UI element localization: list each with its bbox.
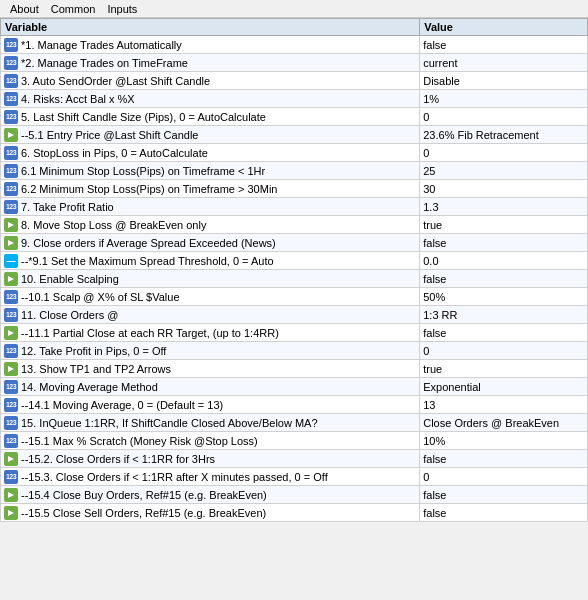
table-row: 9. Close orders if Average Spread Exceed… xyxy=(1,234,588,252)
variable-label: 6.2 Minimum Stop Loss(Pips) on Timeframe… xyxy=(21,183,277,195)
arrow-icon xyxy=(4,128,18,142)
table-row: 123--15.3. Close Orders if < 1:1RR after… xyxy=(1,468,588,486)
variable-label: --15.1 Max % Scratch (Money Risk @Stop L… xyxy=(21,435,258,447)
numeric-icon: 123 xyxy=(4,308,18,322)
variable-cell: 12312. Take Profit in Pips, 0 = Off xyxy=(1,342,420,360)
table-row: --15.5 Close Sell Orders, Ref#15 (e.g. B… xyxy=(1,504,588,522)
variable-cell: 1236.2 Minimum Stop Loss(Pips) on Timefr… xyxy=(1,180,420,198)
table-row: 1236.2 Minimum Stop Loss(Pips) on Timefr… xyxy=(1,180,588,198)
numeric-icon: 123 xyxy=(4,56,18,70)
table-row: 1236.1 Minimum Stop Loss(Pips) on Timefr… xyxy=(1,162,588,180)
value-cell: 30 xyxy=(420,180,588,198)
table-row: 13. Show TP1 and TP2 Arrowstrue xyxy=(1,360,588,378)
variable-label: --*9.1 Set the Maximum Spread Threshold,… xyxy=(21,255,274,267)
value-cell: 10% xyxy=(420,432,588,450)
menu-about[interactable]: About xyxy=(4,3,45,15)
svg-marker-4 xyxy=(8,330,14,336)
variable-label: 15. InQueue 1:1RR, If ShiftCandle Closed… xyxy=(21,417,318,429)
value-cell: 0 xyxy=(420,108,588,126)
menu-common[interactable]: Common xyxy=(45,3,102,15)
table-row: 1235. Last Shift Candle Size (Pips), 0 =… xyxy=(1,108,588,126)
numeric-icon: 123 xyxy=(4,290,18,304)
variable-cell: 123--10.1 Scalp @ X% of SL $Value xyxy=(1,288,420,306)
table-row: 12315. InQueue 1:1RR, If ShiftCandle Clo… xyxy=(1,414,588,432)
variable-label: 9. Close orders if Average Spread Exceed… xyxy=(21,237,276,249)
table-row: 12314. Moving Average MethodExponential xyxy=(1,378,588,396)
variable-label: --14.1 Moving Average, 0 = (Default = 13… xyxy=(21,399,223,411)
variable-label: 4. Risks: Acct Bal x %X xyxy=(21,93,135,105)
svg-marker-7 xyxy=(8,492,14,498)
numeric-icon: 123 xyxy=(4,380,18,394)
numeric-icon: 123 xyxy=(4,110,18,124)
variable-label: 3. Auto SendOrder @Last Shift Candle xyxy=(21,75,210,87)
variable-label: *2. Manage Trades on TimeFrame xyxy=(21,57,188,69)
value-cell: 25 xyxy=(420,162,588,180)
variable-cell: --15.5 Close Sell Orders, Ref#15 (e.g. B… xyxy=(1,504,420,522)
variable-cell: --11.1 Partial Close at each RR Target, … xyxy=(1,324,420,342)
svg-marker-6 xyxy=(8,456,14,462)
value-cell: false xyxy=(420,36,588,54)
svg-marker-1 xyxy=(8,222,14,228)
variable-label: 8. Move Stop Loss @ BreakEven only xyxy=(21,219,206,231)
variable-cell: 123*1. Manage Trades Automatically xyxy=(1,36,420,54)
numeric-icon: 123 xyxy=(4,416,18,430)
variable-label: 6.1 Minimum Stop Loss(Pips) on Timeframe… xyxy=(21,165,265,177)
table-row: 123--10.1 Scalp @ X% of SL $Value50% xyxy=(1,288,588,306)
numeric-icon: 123 xyxy=(4,164,18,178)
table-row: 1234. Risks: Acct Bal x %X1% xyxy=(1,90,588,108)
variable-label: 10. Enable Scalping xyxy=(21,273,119,285)
table-header-row: Variable Value xyxy=(1,19,588,36)
value-cell: Exponential xyxy=(420,378,588,396)
variable-label: 5. Last Shift Candle Size (Pips), 0 = Au… xyxy=(21,111,266,123)
value-cell: false xyxy=(420,504,588,522)
variable-label: --5.1 Entry Price @Last Shift Candle xyxy=(21,129,198,141)
numeric-icon: 123 xyxy=(4,92,18,106)
variable-cell: 123--15.3. Close Orders if < 1:1RR after… xyxy=(1,468,420,486)
settings-table: Variable Value 123*1. Manage Trades Auto… xyxy=(0,18,588,522)
menu-inputs[interactable]: Inputs xyxy=(101,3,143,15)
arrow-icon xyxy=(4,506,18,520)
numeric-icon: 123 xyxy=(4,434,18,448)
value-cell: true xyxy=(420,216,588,234)
numeric-icon: 123 xyxy=(4,470,18,484)
variable-cell: 13. Show TP1 and TP2 Arrows xyxy=(1,360,420,378)
variable-label: *1. Manage Trades Automatically xyxy=(21,39,182,51)
variable-cell: 9. Close orders if Average Spread Exceed… xyxy=(1,234,420,252)
arrow-icon xyxy=(4,326,18,340)
variable-cell: --15.2. Close Orders if < 1:1RR for 3Hrs xyxy=(1,450,420,468)
table-row: --15.2. Close Orders if < 1:1RR for 3Hrs… xyxy=(1,450,588,468)
variable-label: --11.1 Partial Close at each RR Target, … xyxy=(21,327,279,339)
dash-icon: — xyxy=(4,254,18,268)
svg-marker-0 xyxy=(8,132,14,138)
numeric-icon: 123 xyxy=(4,146,18,160)
variable-cell: 12314. Moving Average Method xyxy=(1,378,420,396)
arrow-icon xyxy=(4,362,18,376)
value-cell: 0.0 xyxy=(420,252,588,270)
variable-cell: 1235. Last Shift Candle Size (Pips), 0 =… xyxy=(1,108,420,126)
variable-label: --15.3. Close Orders if < 1:1RR after X … xyxy=(21,471,328,483)
table-row: 1237. Take Profit Ratio1.3 xyxy=(1,198,588,216)
variable-cell: 1234. Risks: Acct Bal x %X xyxy=(1,90,420,108)
table-row: 123*1. Manage Trades Automaticallyfalse xyxy=(1,36,588,54)
variable-label: 12. Take Profit in Pips, 0 = Off xyxy=(21,345,166,357)
table-row: —--*9.1 Set the Maximum Spread Threshold… xyxy=(1,252,588,270)
svg-marker-3 xyxy=(8,276,14,282)
arrow-icon xyxy=(4,218,18,232)
table-row: 8. Move Stop Loss @ BreakEven onlytrue xyxy=(1,216,588,234)
value-cell: 0 xyxy=(420,342,588,360)
value-cell: true xyxy=(420,360,588,378)
variable-cell: --5.1 Entry Price @Last Shift Candle xyxy=(1,126,420,144)
value-cell: 50% xyxy=(420,288,588,306)
variable-cell: --15.4 Close Buy Orders, Ref#15 (e.g. Br… xyxy=(1,486,420,504)
table-row: 10. Enable Scalpingfalse xyxy=(1,270,588,288)
variable-cell: 10. Enable Scalping xyxy=(1,270,420,288)
value-cell: 13 xyxy=(420,396,588,414)
variable-cell: 123--14.1 Moving Average, 0 = (Default =… xyxy=(1,396,420,414)
value-cell: false xyxy=(420,450,588,468)
variable-cell: 8. Move Stop Loss @ BreakEven only xyxy=(1,216,420,234)
variable-cell: 1237. Take Profit Ratio xyxy=(1,198,420,216)
variable-label: 11. Close Orders @ xyxy=(21,309,118,321)
table-row: --11.1 Partial Close at each RR Target, … xyxy=(1,324,588,342)
table-row: 123--14.1 Moving Average, 0 = (Default =… xyxy=(1,396,588,414)
table-row: 123*2. Manage Trades on TimeFramecurrent xyxy=(1,54,588,72)
